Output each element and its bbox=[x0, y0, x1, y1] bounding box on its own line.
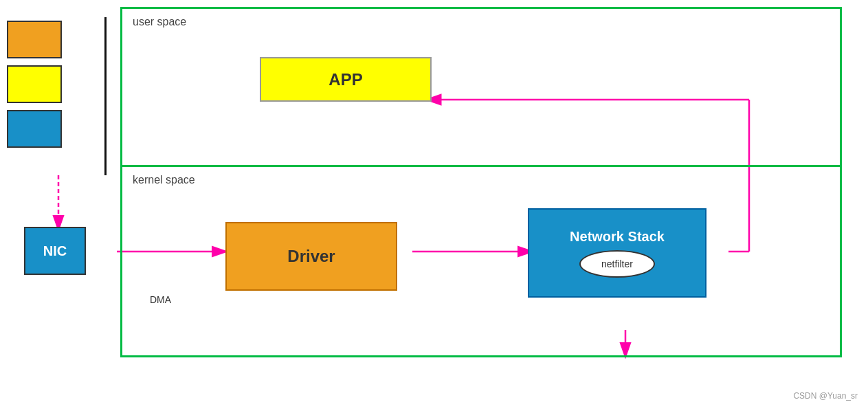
kernel-space-section: kernel space DMA Driver Network Stack ne… bbox=[122, 167, 840, 359]
left-color-boxes bbox=[7, 21, 62, 148]
yellow-box bbox=[7, 65, 62, 103]
user-space-section: user space APP bbox=[122, 9, 840, 167]
vertical-divider bbox=[104, 17, 107, 175]
driver-box: Driver bbox=[225, 222, 397, 291]
network-stack-box: Network Stack netfilter bbox=[528, 208, 706, 298]
dma-label: DMA bbox=[150, 294, 171, 305]
kernel-space-label: kernel space bbox=[133, 174, 195, 186]
app-box: APP bbox=[260, 57, 432, 102]
netfilter-oval: netfilter bbox=[579, 250, 655, 278]
netfilter-label: netfilter bbox=[601, 258, 633, 269]
watermark: CSDN @Yuan_sr bbox=[793, 391, 858, 401]
driver-label: Driver bbox=[287, 247, 335, 266]
orange-box bbox=[7, 21, 62, 58]
main-diagram-area: user space APP kernel space DMA Driver N… bbox=[120, 7, 842, 357]
app-label: APP bbox=[329, 70, 362, 89]
nic-box: NIC bbox=[24, 227, 86, 275]
blue-box-left bbox=[7, 110, 62, 148]
network-stack-label: Network Stack bbox=[570, 229, 665, 245]
user-space-label: user space bbox=[133, 16, 186, 28]
